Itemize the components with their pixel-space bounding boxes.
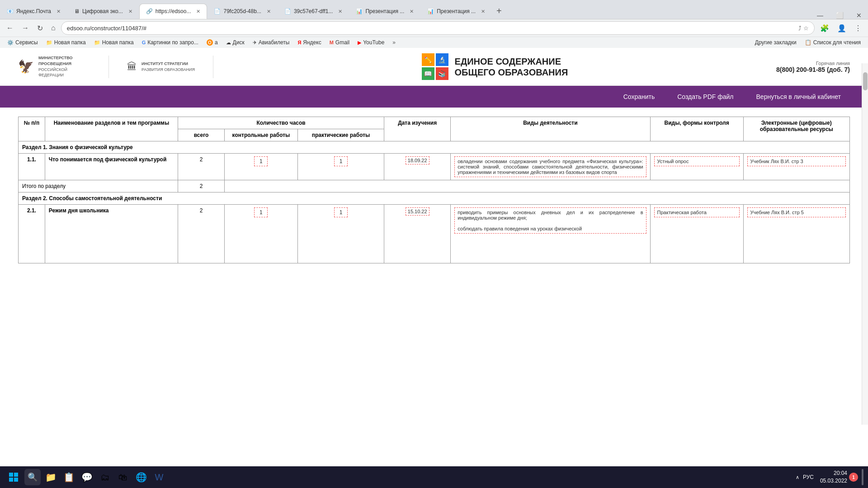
cell-control-1-1[interactable]: 1: [225, 154, 298, 180]
notification-badge[interactable]: 1: [849, 473, 858, 482]
cell-resources-2-1[interactable]: Учебние Лях В.И. стр 5: [743, 205, 849, 263]
practice-input-1-1[interactable]: 1: [334, 156, 348, 166]
cell-activities-2-1[interactable]: приводить примеры основных дневных дел и…: [451, 205, 650, 263]
reading-list[interactable]: 📋 Список для чтения: [801, 38, 864, 47]
date-input-1-1[interactable]: 18.09.22: [406, 156, 429, 164]
resources-input-2-1[interactable]: Учебние Лях В.И. стр 5: [747, 207, 846, 217]
taskbar-teams[interactable]: 💬: [79, 469, 95, 485]
tab-close-1[interactable]: ✕: [57, 9, 61, 14]
svg-rect-2: [9, 478, 13, 482]
back-to-cabinet-link[interactable]: Вернуться в личный кабинет: [756, 93, 841, 100]
tab-close-4[interactable]: ✕: [267, 9, 271, 14]
services-icon: ⚙️: [7, 40, 14, 46]
tabs-bar: 📧 Яндекс.Почта ✕ 🖥 Цифровая эко... ✕ 🔗 h…: [0, 0, 868, 19]
cell-forms-1-1[interactable]: Устный опрос: [650, 154, 743, 180]
activities-input-2-1[interactable]: приводить примеры основных дневных дел и…: [454, 207, 646, 234]
address-bar[interactable]: edsoo.ru/constructor/110487/# ⤴ ☆: [61, 21, 815, 35]
tab-close-7[interactable]: ✕: [481, 9, 485, 14]
forms-input-1-1[interactable]: Устный опрос: [654, 156, 740, 166]
youtube-icon: ▶: [358, 40, 361, 46]
bookmark-services[interactable]: ⚙️ Сервисы: [4, 38, 42, 47]
bookmark-avia[interactable]: ✈ Авиабилеты: [249, 38, 293, 47]
building-icon: 🏛: [127, 61, 137, 73]
cell-forms-2-1[interactable]: Практическая работа: [650, 205, 743, 263]
logo-icons-grid: ✏️ 🔬 📖 📚: [422, 53, 448, 80]
ministry-line1: МИНИСТЕРСТВО ПРОСВЕЩЕНИЯ: [38, 55, 90, 66]
home-button[interactable]: ⌂: [48, 22, 58, 34]
header-control: контрольные работы: [225, 129, 298, 141]
section1-header-row: Раздел 1. Знания о физической культуре: [19, 141, 850, 154]
control-input-2-1[interactable]: 1: [254, 207, 268, 217]
taskbar-files[interactable]: 🗂: [97, 469, 113, 485]
tab-label: Презентация ...: [365, 8, 404, 14]
cell-practice-2-1[interactable]: 1: [297, 205, 384, 263]
activities-input-1-1[interactable]: овладении основами содержания учебного п…: [454, 156, 646, 177]
tab-digital[interactable]: 🖥 Цифровая эко... ✕: [67, 4, 139, 19]
new-tab-button[interactable]: +: [492, 6, 506, 16]
taskbar-file-explorer[interactable]: 📁: [42, 469, 59, 485]
bookmark-youtube[interactable]: ▶ YouTube: [354, 38, 388, 47]
create-pdf-link[interactable]: Создать PDF файл: [677, 93, 733, 100]
bookmark-disk[interactable]: ☁ Диск: [222, 38, 248, 47]
bookmark-folder1[interactable]: 📁 Новая папка: [42, 38, 90, 47]
total-hours: 2: [178, 180, 225, 192]
cell-total-1-1: 2: [178, 154, 225, 180]
control-input-1-1[interactable]: 1: [254, 156, 268, 166]
scrollbar[interactable]: [862, 63, 868, 425]
bookmark-label: YouTube: [363, 39, 384, 46]
bookmark-icon[interactable]: ☆: [803, 25, 809, 32]
back-button[interactable]: ←: [4, 22, 16, 34]
cell-resources-1-1[interactable]: Учебник Лях В.И. стр 3: [743, 154, 849, 180]
table-row: 1.1. Что понимается под физической культ…: [19, 154, 850, 180]
bookmark-yandex[interactable]: Я Яндекс: [294, 38, 325, 47]
cell-date-1-1[interactable]: 18.09.22: [384, 154, 451, 180]
save-link[interactable]: Сохранить: [623, 93, 655, 100]
bookmark-odnoklassniki[interactable]: О a: [203, 38, 222, 47]
resources-input-1-1[interactable]: Учебник Лях В.И. стр 3: [747, 156, 846, 166]
forms-input-2-1[interactable]: Практическая работа: [654, 207, 740, 217]
forward-button[interactable]: →: [19, 22, 32, 34]
tray-arrow[interactable]: ∧: [796, 474, 799, 480]
cell-control-2-1[interactable]: 1: [225, 205, 298, 263]
cell-practice-1-1[interactable]: 1: [297, 154, 384, 180]
close-window-button[interactable]: ✕: [850, 12, 868, 19]
other-bookmarks[interactable]: Другие закладки: [751, 38, 800, 47]
logo-cell-blue: 🔬: [436, 53, 448, 66]
tab-edsoo[interactable]: 🔗 https://edsoo... ✕: [139, 4, 208, 19]
tab-presentation2[interactable]: 📊 Презентация ... ✕: [420, 4, 492, 19]
tab-close-6[interactable]: ✕: [410, 9, 414, 14]
tab-yandex-mail[interactable]: 📧 Яндекс.Почта ✕: [0, 4, 67, 19]
refresh-button[interactable]: ↻: [34, 22, 46, 34]
bookmark-google-images[interactable]: G Картинки по запро...: [138, 38, 202, 47]
tab-favicon: 📧: [7, 8, 14, 14]
scrollbar-thumb[interactable]: [863, 72, 868, 90]
tab-close-3[interactable]: ✕: [196, 9, 200, 14]
menu-button[interactable]: ⋮: [852, 22, 864, 34]
bookmarks-more[interactable]: »: [389, 38, 399, 47]
taskbar-word[interactable]: W: [151, 469, 167, 485]
time-display: 20:04: [820, 469, 847, 477]
bookmark-folder2[interactable]: 📁 Новая папка: [90, 38, 137, 47]
date-input-2-1[interactable]: 15.10.22: [406, 207, 429, 216]
taskbar-widget[interactable]: 📋: [61, 469, 77, 485]
extensions-button[interactable]: 🧩: [817, 22, 832, 34]
start-button[interactable]: [5, 468, 23, 486]
bookmark-gmail[interactable]: M Gmail: [326, 38, 354, 47]
cell-activities-1-1[interactable]: овладении основами содержания учебного п…: [451, 154, 650, 180]
share-icon[interactable]: ⤴: [798, 25, 802, 32]
bookmark-label: Сервисы: [15, 39, 38, 46]
taskbar-store[interactable]: 🛍: [115, 469, 131, 485]
cell-date-2-1[interactable]: 15.10.22: [384, 205, 451, 263]
profile-button[interactable]: 👤: [835, 22, 849, 34]
maximize-button[interactable]: ⬜: [830, 12, 850, 19]
minimize-button[interactable]: —: [811, 12, 830, 19]
practice-input-2-1[interactable]: 1: [334, 207, 348, 217]
tab-presentation1[interactable]: 📊 Презентация ... ✕: [349, 4, 420, 19]
tab-79fc[interactable]: 📄 79fc205d-48b... ✕: [207, 4, 277, 19]
taskbar-search-button[interactable]: 🔍: [24, 469, 41, 485]
taskbar-chrome[interactable]: 🌐: [133, 469, 149, 485]
tab-close-5[interactable]: ✕: [338, 9, 342, 14]
tab-close-2[interactable]: ✕: [128, 9, 132, 14]
show-desktop-button[interactable]: [862, 469, 863, 485]
tab-39c5[interactable]: 📄 39c57e67-dff1... ✕: [278, 4, 349, 19]
